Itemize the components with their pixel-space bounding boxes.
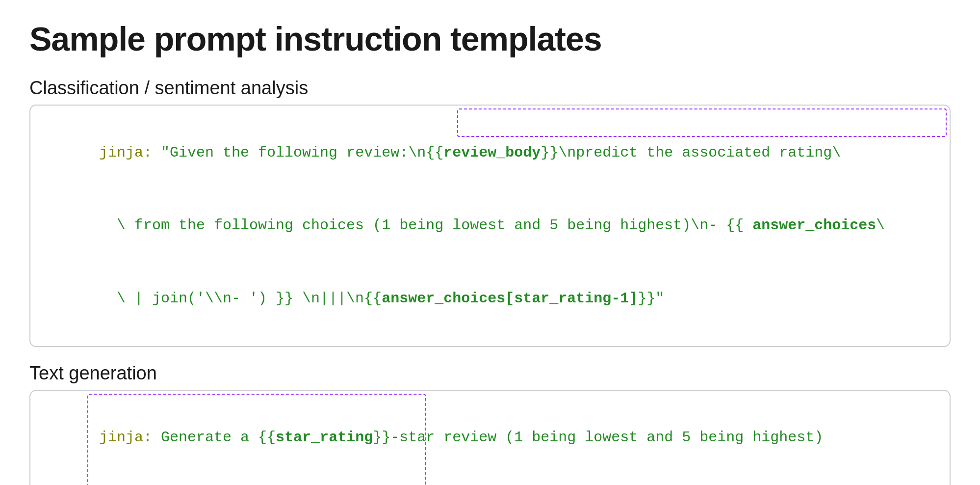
code-keyword-1: jinja:	[99, 144, 161, 161]
section-label-classification: Classification / sentiment analysis	[29, 78, 951, 99]
code-box-classification: jinja: "Given the following review:\n{{r…	[29, 105, 951, 347]
code-line-3: \ | join('\\n- ') }} \n|||\n{{answer_cho…	[46, 262, 934, 335]
code-keyword-tg-1: jinja:	[99, 429, 161, 446]
code-content-1: "Given the following review:\n{{review_b…	[161, 144, 841, 161]
page-title: Sample prompt instruction templates	[29, 20, 951, 58]
code-box-text-generation: jinja: Generate a {{star_rating}}-star r…	[29, 390, 951, 485]
section-text-generation: Text generation jinja: Generate a {{star…	[29, 363, 951, 485]
code-line-2: \ from the following choices (1 being lo…	[46, 189, 934, 263]
code-content-tg-1: Generate a {{star_rating}}-star review (…	[161, 429, 823, 446]
code-content-3: \ | join('\\n- ') }} \n|||\n{{answer_cho…	[99, 290, 664, 307]
code-line-tg-2: about this product {{product_title}}. ||…	[46, 474, 934, 485]
section-label-text-generation: Text generation	[29, 363, 951, 384]
section-classification: Classification / sentiment analysis jinj…	[29, 78, 951, 347]
code-line-1: jinja: "Given the following review:\n{{r…	[46, 116, 934, 189]
code-line-tg-1: jinja: Generate a {{star_rating}}-star r…	[46, 402, 934, 475]
code-content-2: \ from the following choices (1 being lo…	[99, 217, 885, 234]
